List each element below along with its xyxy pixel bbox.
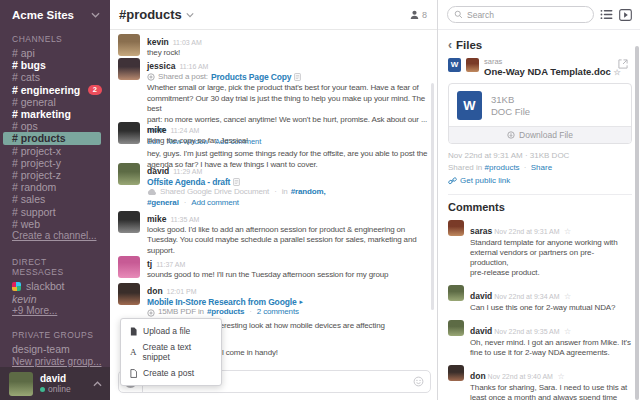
sidebar-item-project-z[interactable]: # project-z — [0, 169, 110, 181]
file-link[interactable]: Mobile In-Store Research from Google — [147, 297, 297, 307]
back-chevron-icon[interactable]: ‹ — [448, 40, 452, 50]
sidebar-item-bugs[interactable]: # bugs — [0, 59, 110, 71]
emoji-button[interactable] — [413, 371, 430, 392]
avatar — [118, 256, 140, 278]
message-author[interactable]: mike — [147, 125, 166, 135]
file-comment: sarasNov 22nd at 9:31 AM ☆ Standard temp… — [438, 213, 640, 278]
comment-text: Can I use this one for 2-way mutual NDA? — [470, 303, 615, 313]
sidebar-item-general[interactable]: # general — [0, 96, 110, 108]
star-icon[interactable]: ☆ — [614, 68, 621, 77]
sidebar-item-project-x[interactable]: # project-x — [0, 145, 110, 157]
star-icon[interactable]: ☆ — [557, 372, 564, 381]
sidebar-item-web[interactable]: # web — [0, 218, 110, 230]
dm-item-slackbot[interactable]: slackbot — [0, 280, 110, 293]
sidebar-item-marketing[interactable]: # marketing — [0, 108, 110, 120]
sidebar-item-products[interactable]: # products — [3, 132, 101, 144]
comment-author[interactable]: david — [470, 291, 492, 301]
file-name[interactable]: One-Way NDA Template.doc ☆ — [484, 66, 621, 78]
file-header: W saras One-Way NDA Template.doc ☆ — [438, 53, 640, 78]
message-timestamp: 11:03 AM — [173, 39, 202, 46]
message-author[interactable]: jessica — [147, 61, 175, 71]
comment-timestamp: Nov 22nd at 9:40 AM — [488, 373, 553, 380]
add-comment-link[interactable]: Add comment — [191, 198, 239, 208]
avatar — [118, 34, 140, 56]
share-link[interactable]: Share — [531, 163, 552, 172]
sidebar-item-engineering[interactable]: # engineering 2 — [0, 84, 110, 96]
channel-link-random[interactable]: #random, — [291, 187, 326, 197]
message-author[interactable]: david — [147, 166, 169, 176]
open-external-button[interactable] — [618, 59, 628, 69]
comments-link[interactable]: 2 comments — [257, 307, 299, 317]
channel-link-products[interactable]: #products — [207, 307, 244, 317]
star-icon[interactable]: ☆ — [564, 227, 571, 236]
dm-item-kevin[interactable]: kevin — [0, 293, 110, 306]
star-icon[interactable]: ☆ — [564, 327, 571, 336]
download-file-button[interactable]: Download File — [449, 126, 631, 143]
sidebar-item-sales[interactable]: # sales — [0, 193, 110, 205]
doc-icon: W — [457, 91, 482, 120]
message-text: liking the copy so far, Jessica! — [147, 136, 431, 146]
file-uploader: saras — [484, 58, 621, 66]
channel-title-menu[interactable]: #products — [119, 7, 194, 22]
member-count[interactable]: 8 — [410, 10, 427, 20]
doc-mini-icon: W — [448, 58, 461, 72]
smiley-icon — [413, 376, 424, 387]
message-author[interactable]: kevin — [147, 37, 169, 47]
current-user-menu[interactable]: david online — [0, 367, 110, 400]
message-author[interactable]: mike — [147, 214, 166, 224]
flexpane-toggle-button[interactable] — [619, 9, 632, 21]
comment-text: Thanks for sharing, Sara. I need to use … — [470, 383, 627, 400]
message-timestamp: 11:16 AM — [179, 63, 208, 70]
chevron-up-icon — [93, 381, 102, 387]
comment-author[interactable]: don — [470, 371, 486, 381]
sidebar-item-project-y[interactable]: # project-y — [0, 157, 110, 169]
scrollbar[interactable] — [431, 83, 434, 310]
sidebar-item-design-team[interactable]: design-team — [0, 343, 110, 355]
team-menu[interactable]: Acme Sites — [0, 0, 110, 21]
menu-item-create-post[interactable]: Create a post — [121, 365, 221, 381]
sidebar-item-cats[interactable]: # cats — [0, 71, 110, 83]
external-link-icon — [618, 59, 628, 69]
sidebar-item-random[interactable]: # random — [0, 181, 110, 193]
comment-timestamp: Nov 22nd at 9:31 AM — [494, 228, 559, 235]
file-link[interactable]: Offsite Agenda - draft — [147, 177, 230, 187]
share-icon — [147, 73, 155, 81]
comment-author[interactable]: david — [470, 326, 492, 336]
team-name: Acme Sites — [12, 9, 74, 21]
file-preview-card[interactable]: W 31KB DOC File Download File — [448, 83, 632, 144]
more-dms-link[interactable]: +9 More... — [0, 305, 110, 317]
message-author[interactable]: don — [147, 286, 163, 296]
scrollbar[interactable] — [635, 46, 639, 400]
channel-link-products[interactable]: #products — [484, 163, 519, 172]
sidebar-item-api[interactable]: # api — [0, 47, 110, 59]
file-shared-row: Shared in #products · Share — [438, 161, 640, 173]
expand-arrow-icon[interactable]: ▸ — [300, 297, 303, 307]
search-box[interactable] — [447, 6, 594, 23]
menu-item-create-snippet[interactable]: A Create a text snippet — [121, 339, 221, 365]
message-author[interactable]: tj — [147, 259, 152, 269]
avatar — [118, 163, 140, 185]
sidebar-item-support[interactable]: # support — [0, 206, 110, 218]
search-input[interactable] — [467, 10, 567, 20]
menu-item-upload-file[interactable]: Upload a file — [121, 323, 221, 339]
file-meta-label: 15MB PDF in — [158, 307, 204, 317]
message: tj11:37 AM sounds good to me! I'll run t… — [118, 256, 431, 280]
create-channel-link[interactable]: Create a channel... — [0, 230, 110, 242]
menu-item-label: Create a text snippet — [143, 342, 213, 362]
star-icon[interactable]: ☆ — [564, 292, 571, 301]
activity-button[interactable] — [600, 9, 613, 20]
sidebar-item-ops[interactable]: # ops — [0, 120, 110, 132]
post-preview-text: Whether small or large, pick the product… — [147, 83, 427, 123]
message-timestamp: 11:37 AM — [156, 261, 185, 268]
file-size: 31KB — [491, 94, 530, 106]
sidebar: Acme Sites CHANNELS # api # bugs # cats … — [0, 0, 110, 400]
comment-text: Oh, never mind. I got an answer from Mik… — [470, 338, 631, 358]
comments-heading: Comments — [438, 195, 640, 213]
get-public-link[interactable]: Get public link — [438, 173, 640, 186]
channel-link-general[interactable]: #general — [147, 198, 179, 208]
status-label: online — [48, 384, 71, 394]
avatar — [448, 285, 464, 301]
post-link[interactable]: Products Page Copy — [211, 72, 291, 82]
comment-author[interactable]: saras — [470, 226, 492, 236]
presence-status: online — [40, 384, 86, 394]
